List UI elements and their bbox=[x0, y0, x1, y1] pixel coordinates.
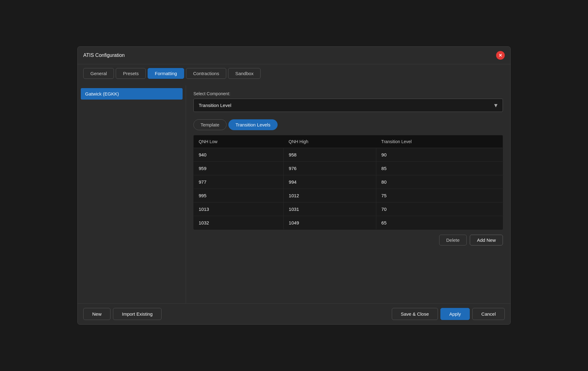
cancel-button[interactable]: Cancel bbox=[472, 308, 505, 320]
cell-qnh-low: 995 bbox=[194, 189, 284, 203]
table-row[interactable]: 959 976 85 bbox=[194, 162, 503, 175]
cell-qnh-low: 977 bbox=[194, 175, 284, 189]
import-existing-button[interactable]: Import Existing bbox=[113, 308, 162, 320]
tab-contractions[interactable]: Contractions bbox=[186, 68, 226, 79]
main-tabs: General Presets Formatting Contractions … bbox=[78, 64, 510, 79]
apply-button[interactable]: Apply bbox=[440, 308, 470, 320]
sub-tab-transition-levels[interactable]: Transition Levels bbox=[228, 119, 278, 130]
tab-presets[interactable]: Presets bbox=[116, 68, 146, 79]
add-new-button[interactable]: Add New bbox=[470, 235, 503, 245]
col-header-qnh-high: QNH High bbox=[284, 135, 376, 148]
title-bar: ATIS Configuration ✕ bbox=[78, 47, 510, 64]
cell-transition-level: 70 bbox=[376, 203, 503, 216]
cell-qnh-low: 959 bbox=[194, 162, 284, 175]
cell-qnh-high: 1031 bbox=[284, 203, 376, 216]
footer: New Import Existing Save & Close Apply C… bbox=[78, 303, 510, 324]
sidebar: Gatwick (EGKK) bbox=[78, 85, 186, 303]
main-content: Gatwick (EGKK) Select Component: Transit… bbox=[78, 85, 510, 303]
new-button[interactable]: New bbox=[83, 308, 110, 320]
right-panel: Select Component: Transition Level ▼ Tem… bbox=[186, 85, 510, 303]
cell-qnh-high: 976 bbox=[284, 162, 376, 175]
sub-tabs: Template Transition Levels bbox=[193, 119, 503, 130]
table-actions: Delete Add New bbox=[193, 235, 503, 245]
footer-left: New Import Existing bbox=[83, 308, 162, 320]
table-row[interactable]: 1013 1031 70 bbox=[194, 203, 503, 216]
cell-qnh-low: 1032 bbox=[194, 216, 284, 230]
table-row[interactable]: 977 994 80 bbox=[194, 175, 503, 189]
col-header-transition-level: Transition Level bbox=[376, 135, 503, 148]
table-row[interactable]: 1032 1049 65 bbox=[194, 216, 503, 230]
tab-general[interactable]: General bbox=[83, 68, 114, 79]
component-label: Select Component: bbox=[193, 91, 503, 96]
sub-tab-template[interactable]: Template bbox=[193, 119, 227, 130]
sidebar-item-gatwick[interactable]: Gatwick (EGKK) bbox=[81, 88, 183, 100]
cell-qnh-high: 994 bbox=[284, 175, 376, 189]
atis-config-dialog: ATIS Configuration ✕ General Presets For… bbox=[77, 46, 511, 325]
transition-levels-table: QNH Low QNH High Transition Level 940 95… bbox=[193, 135, 503, 230]
save-close-button[interactable]: Save & Close bbox=[392, 308, 438, 320]
cell-transition-level: 65 bbox=[376, 216, 503, 230]
cell-transition-level: 85 bbox=[376, 162, 503, 175]
table-row[interactable]: 995 1012 75 bbox=[194, 189, 503, 203]
cell-qnh-low: 940 bbox=[194, 148, 284, 162]
cell-transition-level: 80 bbox=[376, 175, 503, 189]
footer-right: Save & Close Apply Cancel bbox=[392, 308, 505, 320]
cell-transition-level: 75 bbox=[376, 189, 503, 203]
cell-qnh-high: 958 bbox=[284, 148, 376, 162]
delete-button[interactable]: Delete bbox=[439, 235, 467, 245]
table-row[interactable]: 940 958 90 bbox=[194, 148, 503, 162]
col-header-qnh-low: QNH Low bbox=[194, 135, 284, 148]
close-button[interactable]: ✕ bbox=[496, 51, 505, 60]
component-dropdown-wrapper: Transition Level ▼ bbox=[193, 99, 503, 112]
cell-transition-level: 90 bbox=[376, 148, 503, 162]
tab-formatting[interactable]: Formatting bbox=[148, 68, 184, 79]
close-icon: ✕ bbox=[499, 53, 502, 58]
cell-qnh-high: 1049 bbox=[284, 216, 376, 230]
dialog-title: ATIS Configuration bbox=[83, 53, 125, 58]
tab-sandbox[interactable]: Sandbox bbox=[228, 68, 261, 79]
cell-qnh-high: 1012 bbox=[284, 189, 376, 203]
cell-qnh-low: 1013 bbox=[194, 203, 284, 216]
component-dropdown[interactable]: Transition Level bbox=[193, 99, 503, 112]
